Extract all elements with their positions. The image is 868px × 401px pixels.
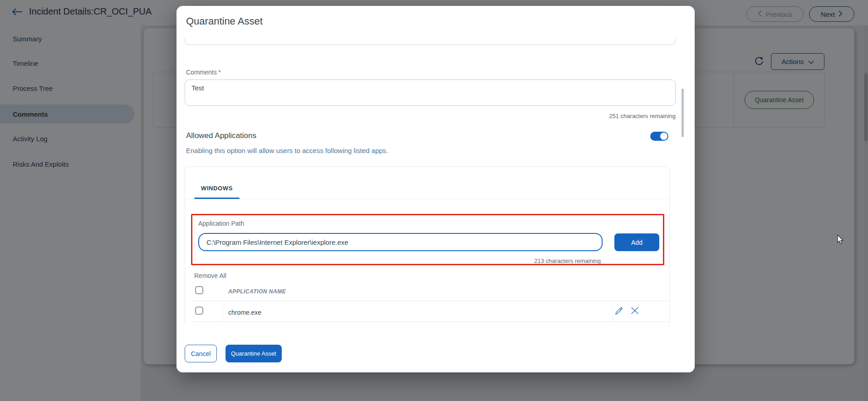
tab-divider [185, 199, 669, 199]
table-header-divider [192, 301, 670, 301]
quarantine-asset-dialog: Quarantine Asset Comments * Test 251 cha… [177, 6, 695, 372]
add-button[interactable]: Add [614, 233, 659, 251]
remove-all-link[interactable]: Remove All [194, 272, 226, 279]
allowed-applications-card: WINDOWS Application Path Add 213 charact… [185, 166, 670, 339]
modal-scrollbar-thumb[interactable] [682, 89, 684, 137]
application-path-highlight-box: Application Path Add 213 characters rema… [191, 214, 664, 265]
screen: Incident Details:CR_OCI_PUA Previous Nex… [0, 0, 868, 401]
allowed-applications-heading: Allowed Applications [186, 131, 256, 140]
required-asterisk: * [219, 69, 221, 76]
row-checkbox[interactable] [195, 307, 203, 315]
application-path-label: Application Path [198, 220, 244, 227]
application-name-cell: chrome.exe [228, 309, 261, 316]
application-path-char-count: 213 characters remaining [534, 257, 601, 264]
dialog-title: Quarantine Asset [186, 15, 263, 27]
quarantine-asset-submit-button[interactable]: Quarantine Asset [226, 345, 282, 362]
comments-char-count: 251 characters remaining [609, 113, 676, 119]
allowed-applications-description: Enabling this option will allow users to… [186, 147, 388, 154]
edit-pencil-icon[interactable] [614, 306, 624, 316]
cancel-button[interactable]: Cancel [185, 345, 217, 362]
toggle-knob [660, 133, 667, 140]
comments-label: Comments * [186, 69, 221, 76]
comments-textarea[interactable]: Test [185, 79, 676, 106]
delete-x-icon[interactable] [630, 306, 640, 316]
scrolled-field-bottom[interactable] [185, 39, 676, 45]
application-name-column-header: APPLICATION NAME [228, 288, 286, 295]
select-all-checkbox[interactable] [195, 286, 203, 294]
table-row-divider [192, 322, 670, 322]
allowed-applications-toggle[interactable] [650, 132, 668, 141]
column-divider [223, 301, 223, 322]
dialog-footer: Cancel Quarantine Asset [177, 323, 695, 372]
column-divider [613, 301, 613, 322]
application-path-input[interactable] [198, 233, 603, 251]
